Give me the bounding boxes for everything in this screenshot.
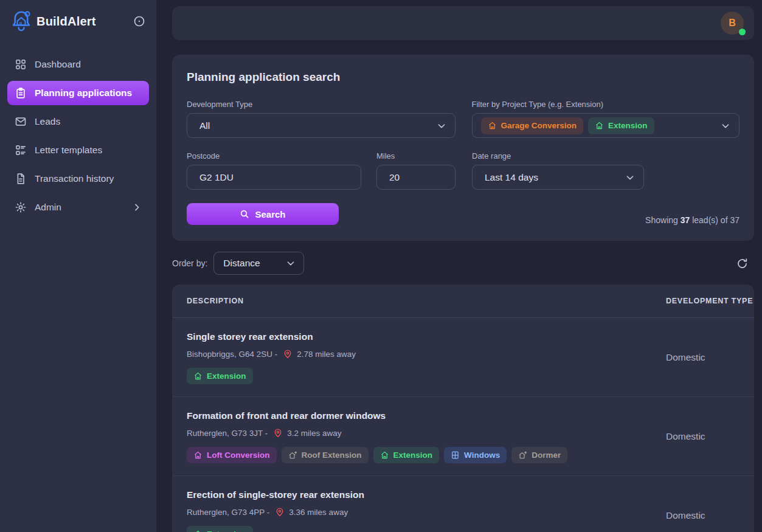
clipboard-icon [15, 87, 27, 99]
lead-title: Single storey rear extension [187, 331, 666, 342]
order-toolbar: Order by: Distance [172, 252, 754, 275]
results-prefix: Showing [645, 215, 678, 225]
column-header-description: Description [172, 297, 666, 305]
results-table: Description Development Type Single stor… [172, 285, 754, 532]
letter-templates-icon [15, 144, 27, 156]
tag-label: Extension [207, 530, 246, 532]
postcode-field-wrap [187, 165, 361, 190]
chevron-down-icon [625, 173, 635, 182]
miles-label: Miles [376, 151, 455, 161]
user-avatar[interactable]: B [721, 12, 744, 35]
lead-location-line: Rutherglen, G73 3JT - 3.2 miles away [187, 428, 666, 438]
lead-development-type: Domestic [666, 352, 754, 363]
order-by-label: Order by: [172, 258, 207, 268]
sidebar-nav: Dashboard Planning applications Leads Le… [0, 52, 156, 219]
online-status-dot [739, 29, 746, 35]
chip-extension[interactable]: Extension [588, 117, 654, 134]
date-range-select[interactable]: Last 14 days [472, 165, 644, 190]
house-icon [488, 121, 497, 130]
document-icon [15, 173, 27, 185]
tag-roof-extension: Roof Extension [282, 447, 369, 463]
date-range-value: Last 14 days [485, 172, 538, 183]
sidebar-item-label: Transaction history [35, 173, 114, 184]
envelope-icon [15, 116, 27, 128]
tag-extension: Extension [187, 526, 253, 532]
window-icon [451, 451, 460, 460]
lead-tags: Loft Conversion Roof Extension Extension… [187, 447, 666, 463]
postcode-input[interactable] [199, 172, 352, 183]
sidebar-collapse-icon[interactable] [133, 15, 145, 27]
sidebar-item-letter-templates[interactable]: Letter templates [7, 138, 149, 162]
search-button[interactable]: Search [187, 203, 339, 225]
refresh-icon[interactable] [736, 257, 749, 270]
sidebar-item-planning-applications[interactable]: Planning applications [7, 81, 149, 105]
results-suffix: lead(s) of 37 [690, 215, 739, 225]
project-type-multiselect[interactable]: Garage Conversion Extension [472, 113, 740, 138]
house-icon [193, 451, 203, 460]
order-by-select[interactable]: Distance [213, 252, 304, 275]
chip-label: Extension [608, 121, 648, 130]
miles-input[interactable] [389, 172, 446, 183]
lead-title: Formation of front and rear dormer windo… [187, 410, 666, 421]
house-icon [193, 371, 203, 381]
sidebar-item-admin[interactable]: Admin [7, 195, 149, 219]
chevron-down-icon [721, 121, 730, 131]
tag-label: Extension [207, 371, 246, 381]
tag-label: Roof Extension [302, 451, 362, 460]
house-icon [193, 530, 203, 532]
sidebar-item-leads[interactable]: Leads [7, 109, 149, 134]
search-button-label: Search [255, 209, 285, 219]
map-pin-icon [283, 349, 293, 359]
chevron-right-icon [132, 202, 142, 212]
sidebar-item-transaction-history[interactable]: Transaction history [7, 167, 149, 191]
sidebar-item-label: Leads [35, 116, 60, 127]
tag-dormer: Dormer [511, 447, 567, 463]
tag-label: Loft Conversion [207, 451, 270, 460]
miles-field-wrap [376, 165, 455, 190]
gear-icon [15, 201, 27, 213]
lead-tags: Extension [187, 526, 666, 532]
lead-development-type: Domestic [666, 431, 754, 442]
chip-garage-conversion[interactable]: Garage Conversion [481, 117, 584, 134]
tag-label: Dormer [532, 451, 561, 460]
house-icon [380, 451, 389, 460]
project-type-filter-label: Filter by Project Type (e.g. Extension) [472, 100, 740, 109]
order-by-value: Distance [223, 258, 260, 269]
tag-label: Extension [393, 451, 433, 460]
lead-location-line: Rutherglen, G73 4PP - 3.36 miles away [187, 507, 666, 517]
map-pin-icon [273, 428, 283, 438]
tag-loft-conversion: Loft Conversion [187, 447, 277, 463]
logo-text: BuildAlert [36, 15, 96, 29]
chevron-down-icon [286, 258, 296, 268]
chevron-down-icon [437, 121, 446, 131]
tag-windows: Windows [444, 447, 507, 463]
sidebar-item-dashboard[interactable]: Dashboard [7, 52, 149, 77]
lead-location: Rutherglen, G73 3JT - [187, 429, 268, 438]
lead-title: Erection of single-storey rear extension [187, 489, 666, 500]
logo-row: BuildAlert [0, 0, 156, 35]
development-type-value: All [199, 120, 210, 131]
sidebar-item-label: Admin [35, 202, 61, 213]
development-type-label: Development Type [187, 100, 455, 109]
avatar-initial: B [729, 18, 736, 29]
table-row[interactable]: Erection of single-storey rear extension… [172, 476, 754, 532]
date-range-label: Date range [472, 151, 644, 161]
tag-extension: Extension [373, 447, 440, 463]
table-row[interactable]: Single storey rear extension Bishopbrigg… [172, 318, 754, 397]
house-icon [595, 121, 604, 130]
planning-search-panel: Planning application search Development … [172, 55, 754, 241]
chip-label: Garage Conversion [501, 121, 577, 130]
table-header-row: Description Development Type [172, 285, 754, 318]
sidebar-item-label: Dashboard [35, 59, 81, 70]
lead-tags: Extension [187, 368, 666, 384]
panel-title: Planning application search [187, 71, 739, 84]
lead-distance: 3.36 miles away [289, 508, 348, 517]
main-content: B Planning application search Developmen… [156, 0, 762, 532]
results-summary: Showing 37 lead(s) of 37 [645, 215, 739, 225]
postcode-label: Postcode [187, 151, 361, 161]
table-row[interactable]: Formation of front and rear dormer windo… [172, 397, 754, 476]
house-arrow-up-icon [288, 451, 297, 460]
development-type-select[interactable]: All [187, 113, 455, 138]
results-count: 37 [681, 215, 690, 225]
search-icon [240, 209, 249, 219]
